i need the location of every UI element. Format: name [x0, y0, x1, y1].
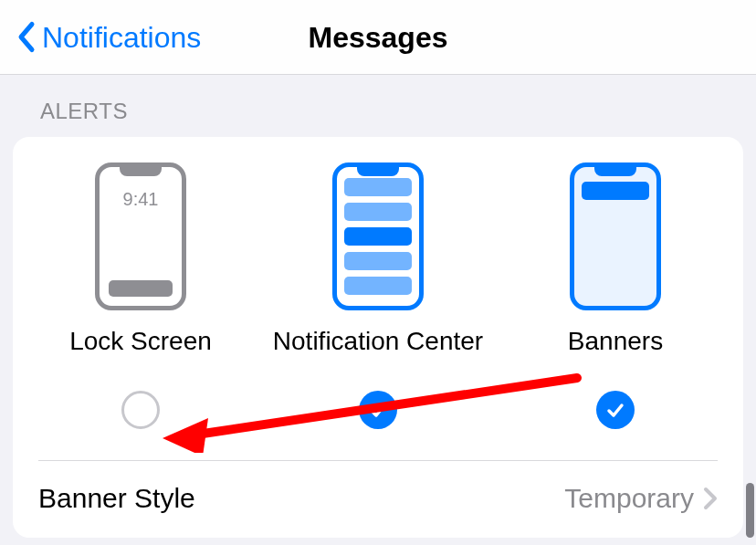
option-label-banners: Banners: [568, 327, 663, 356]
banners-icon: [570, 162, 661, 310]
notification-center-icon: [332, 162, 424, 310]
alerts-card: 9:41 Lock Screen Notification: [13, 137, 743, 538]
lock-screen-icon: 9:41: [95, 162, 186, 310]
chevron-right-icon: [703, 487, 718, 510]
checkmark-icon: [368, 400, 388, 420]
lock-screen-time: 9:41: [100, 189, 182, 210]
back-label: Notifications: [42, 20, 201, 54]
checkbox-banners[interactable]: [596, 391, 635, 429]
chevron-left-icon: [16, 21, 37, 54]
option-notification-center[interactable]: Notification Center: [264, 162, 492, 429]
row-banner-style[interactable]: Banner Style Temporary: [13, 461, 743, 538]
option-lock-screen[interactable]: 9:41 Lock Screen: [26, 162, 255, 429]
back-button[interactable]: Notifications: [0, 20, 201, 54]
row-label-banner-style: Banner Style: [38, 483, 195, 514]
option-label-lock-screen: Lock Screen: [69, 327, 212, 356]
checkbox-lock-screen[interactable]: [121, 391, 160, 429]
checkmark-icon: [605, 400, 625, 420]
checkbox-notification-center[interactable]: [359, 391, 397, 429]
option-label-notification-center: Notification Center: [273, 327, 483, 356]
option-banners[interactable]: Banners: [501, 162, 730, 429]
scrollbar[interactable]: [746, 483, 754, 538]
row-value-banner-style: Temporary: [564, 483, 694, 514]
page-title: Messages: [309, 20, 448, 54]
navigation-bar: Notifications Messages: [0, 0, 756, 75]
section-header-alerts: Alerts: [40, 99, 743, 124]
alert-options-row: 9:41 Lock Screen Notification: [13, 162, 743, 429]
